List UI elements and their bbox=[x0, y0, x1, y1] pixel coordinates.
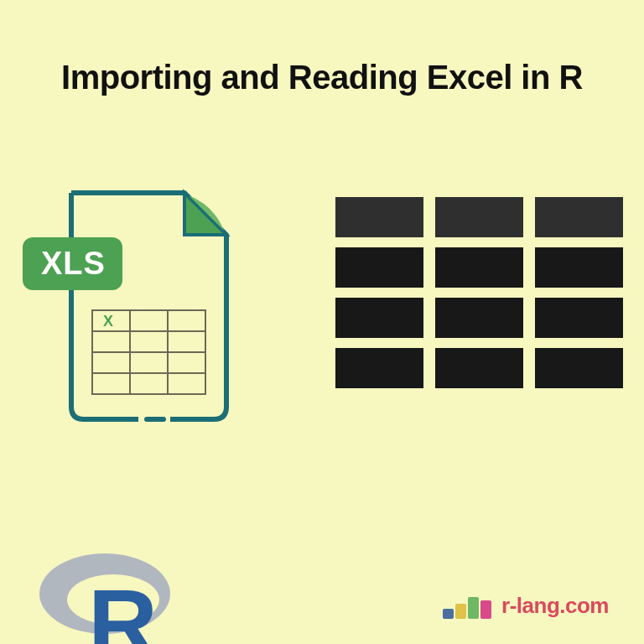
grid-cell bbox=[435, 247, 523, 288]
grid-cell bbox=[535, 298, 623, 338]
grid-cell bbox=[535, 348, 623, 388]
svg-rect-13 bbox=[480, 600, 491, 619]
grid-header-cell bbox=[335, 197, 423, 237]
svg-rect-12 bbox=[468, 597, 479, 619]
brand-footer: r-lang.com bbox=[443, 593, 609, 619]
svg-rect-11 bbox=[455, 604, 466, 619]
grid-cell bbox=[535, 247, 623, 288]
brand-bars-icon bbox=[443, 594, 493, 619]
xls-cell-x: X bbox=[103, 313, 113, 330]
page-title: Importing and Reading Excel in R bbox=[0, 59, 644, 96]
r-logo-icon: R bbox=[38, 548, 180, 644]
grid-header-cell bbox=[535, 197, 623, 237]
xls-badge: XLS bbox=[23, 237, 122, 290]
svg-rect-10 bbox=[443, 609, 454, 619]
svg-text:R: R bbox=[88, 569, 158, 644]
grid-cell bbox=[335, 247, 423, 288]
data-grid bbox=[335, 197, 623, 388]
grid-header-cell bbox=[435, 197, 523, 237]
grid-cell bbox=[335, 298, 423, 338]
brand-text: r-lang.com bbox=[501, 593, 609, 619]
xls-file-icon: X XLS bbox=[46, 189, 235, 423]
grid-cell bbox=[435, 298, 523, 338]
grid-cell bbox=[335, 348, 423, 388]
grid-cell bbox=[435, 348, 523, 388]
